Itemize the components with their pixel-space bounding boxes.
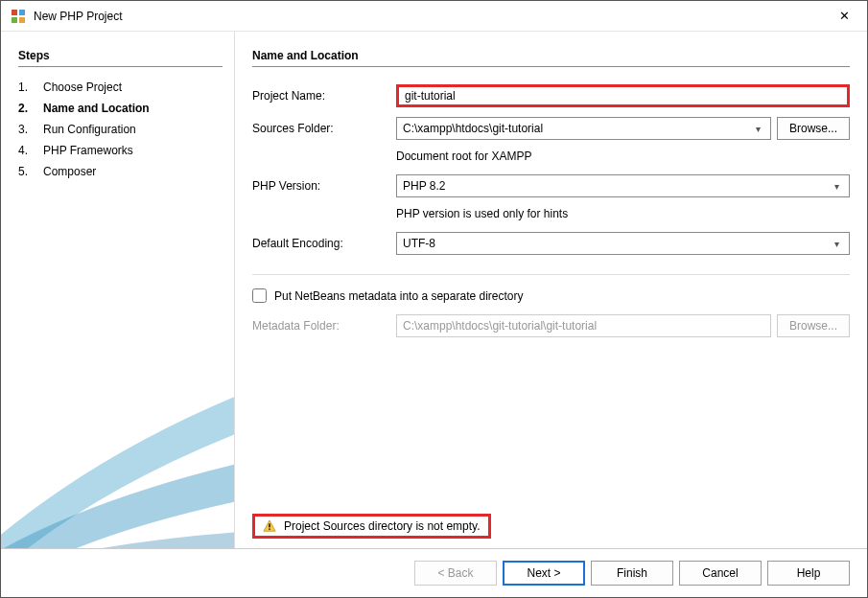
svg-rect-3: [19, 17, 25, 23]
steps-list: 1. Choose Project 2. Name and Location 3…: [18, 77, 223, 182]
wizard-footer: < Back Next > Finish Cancel Help: [1, 548, 867, 597]
steps-sidebar: Steps 1. Choose Project 2. Name and Loca…: [1, 32, 235, 548]
php-version-select[interactable]: PHP 8.2 ▾: [396, 174, 850, 197]
chevron-down-icon: ▾: [831, 181, 843, 192]
sources-browse-button[interactable]: Browse...: [777, 117, 850, 140]
separate-metadata-checkbox[interactable]: [252, 288, 267, 303]
metadata-folder-input: C:\xampp\htdocs\git-tutorial\git-tutoria…: [396, 314, 771, 337]
warning-text: Project Sources directory is not empty.: [284, 519, 481, 533]
metadata-folder-row: Metadata Folder: C:\xampp\htdocs\git-tut…: [252, 314, 850, 337]
svg-rect-2: [12, 17, 17, 23]
project-name-row: Project Name:: [252, 84, 850, 107]
main-panel: Name and Location Project Name: Sources …: [235, 32, 867, 548]
project-name-input[interactable]: [396, 84, 850, 107]
separate-metadata-row: Put NetBeans metadata into a separate di…: [252, 288, 850, 303]
step-item: 5. Composer: [18, 161, 223, 182]
app-icon: [11, 9, 26, 24]
panel-heading: Name and Location: [252, 49, 850, 67]
sources-folder-label: Sources Folder:: [252, 122, 396, 135]
svg-rect-1: [19, 10, 25, 15]
php-version-label: PHP Version:: [252, 179, 396, 193]
svg-rect-5: [269, 523, 270, 527]
chevron-down-icon: ▾: [831, 239, 843, 249]
back-button: < Back: [414, 561, 497, 586]
sources-folder-hint: Document root for XAMPP: [396, 150, 531, 163]
step-item: 1. Choose Project: [18, 77, 223, 98]
metadata-browse-button: Browse...: [777, 314, 850, 337]
encoding-row: Default Encoding: UTF-8 ▾: [252, 232, 850, 255]
sources-folder-row: Sources Folder: C:\xampp\htdocs\git-tuto…: [252, 117, 850, 140]
encoding-select[interactable]: UTF-8 ▾: [396, 232, 850, 255]
next-button[interactable]: Next >: [503, 561, 585, 586]
step-item-current: 2. Name and Location: [18, 98, 223, 119]
cancel-button[interactable]: Cancel: [679, 561, 762, 586]
svg-rect-0: [12, 10, 17, 15]
encoding-label: Default Encoding:: [252, 237, 396, 250]
close-button[interactable]: ✕: [829, 3, 859, 30]
project-name-label: Project Name:: [252, 89, 396, 103]
metadata-folder-label: Metadata Folder:: [252, 319, 396, 333]
sources-folder-combo[interactable]: C:\xampp\htdocs\git-tutorial ▾: [396, 117, 771, 140]
warning-message: Project Sources directory is not empty.: [252, 514, 491, 539]
separator: [252, 274, 850, 275]
titlebar: New PHP Project ✕: [1, 1, 867, 32]
chevron-down-icon: ▾: [752, 124, 764, 134]
php-version-hint: PHP version is used only for hints: [396, 207, 568, 220]
step-item: 4. PHP Frameworks: [18, 140, 223, 161]
steps-heading: Steps: [18, 49, 223, 67]
decorative-swoosh: [1, 337, 235, 548]
svg-rect-6: [269, 528, 270, 529]
separate-metadata-label[interactable]: Put NetBeans metadata into a separate di…: [274, 289, 523, 303]
step-item: 3. Run Configuration: [18, 119, 223, 140]
help-button[interactable]: Help: [767, 561, 850, 586]
warning-icon: [263, 519, 276, 533]
php-version-row: PHP Version: PHP 8.2 ▾: [252, 174, 850, 197]
finish-button[interactable]: Finish: [591, 561, 673, 586]
window-title: New PHP Project: [34, 10, 829, 23]
